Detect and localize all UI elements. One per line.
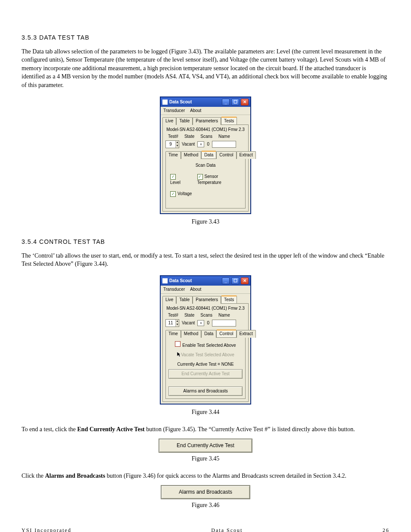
window-title: Data Scout [169, 99, 192, 105]
test-number-spinner[interactable]: ▲▼ [165, 140, 179, 148]
maximize-button[interactable]: ☐ [231, 277, 239, 284]
state-x-box[interactable]: x [197, 141, 204, 147]
text-run: button (Figure 3.45). The “Currently Act… [145, 426, 355, 432]
data-subpanel: Scan Data ✓Level ✓Sensor Temperature ✓Vo… [165, 159, 246, 208]
text-run: button (Figure 3.46) for quick access to… [105, 473, 346, 479]
spin-down-icon[interactable]: ▼ [176, 323, 179, 327]
alarms-broadcasts-button[interactable]: Alarms and Broadcasts [168, 386, 243, 396]
header-row: Test# State Scans Name [165, 312, 246, 318]
para-354-2: To end a test, click the End Currently A… [22, 425, 389, 434]
heading-354: 3.5.4 CONTROL TEST TAB [22, 238, 389, 246]
tab-live[interactable]: Live [162, 296, 176, 304]
state-value: Vacant [182, 320, 195, 326]
checkbox-sensor-temp[interactable]: ✓Sensor Temperature [197, 174, 241, 186]
close-button[interactable]: ✕ [241, 277, 249, 284]
hdr-scans: Scans [200, 312, 212, 318]
test-row: ▲▼ Vacant x 0 [165, 140, 246, 148]
menu-transducer[interactable]: Transducer [163, 286, 185, 292]
test-number-input[interactable] [166, 320, 175, 327]
checkbox-voltage[interactable]: ✓Voltage [170, 191, 192, 197]
subtab-extract[interactable]: Extract [237, 151, 256, 159]
menubar: Transducer About [161, 286, 250, 294]
window-title: Data Scout [169, 278, 192, 284]
name-input[interactable] [212, 141, 236, 148]
titlebar: Data Scout _ ☐ ✕ [161, 276, 250, 286]
checkbox-enable-test[interactable] [175, 341, 181, 347]
label-level: Level [170, 180, 181, 185]
tab-tests[interactable]: Tests [221, 296, 237, 303]
subtab-method[interactable]: Method [181, 151, 201, 159]
subtab-method[interactable]: Method [181, 330, 201, 338]
model-line: Model-SN AS2-608441 (COM1) Fmw 2.3 [165, 127, 246, 133]
spin-down-icon[interactable]: ▼ [176, 144, 179, 148]
subtab-control[interactable]: Control [216, 330, 236, 337]
figure-346: Alarms and Broadcasts [22, 485, 389, 499]
name-input[interactable] [212, 320, 236, 327]
subtab-time[interactable]: Time [165, 151, 181, 159]
caption-345: Figure 3.45 [22, 454, 389, 463]
spin-up-icon[interactable]: ▲ [176, 141, 179, 144]
tab-parameters[interactable]: Parameters [193, 117, 221, 125]
hdr-state: State [184, 134, 194, 140]
caption-346: Figure 3.46 [22, 501, 389, 510]
state-x-box[interactable]: x [197, 320, 204, 326]
bold-run: End Currently Active Test [77, 426, 144, 432]
test-number-spinner[interactable]: ▲▼ [165, 319, 179, 327]
maximize-button[interactable]: ☐ [231, 99, 239, 106]
menu-about[interactable]: About [190, 108, 201, 114]
sub-tab-row: Time Method Data Control Extract [165, 330, 246, 337]
main-tab-row: Live Table Parameters Tests [161, 115, 250, 124]
menu-about[interactable]: About [190, 286, 201, 292]
cursor-icon [177, 352, 181, 358]
subtab-time[interactable]: Time [165, 330, 181, 338]
tab-live[interactable]: Live [162, 117, 176, 125]
minimize-button[interactable]: _ [222, 277, 230, 284]
menu-transducer[interactable]: Transducer [163, 108, 185, 114]
caption-344: Figure 3.44 [22, 408, 389, 417]
header-row: Test# State Scans Name [165, 134, 246, 140]
para-353: The Data tab allows selection of the par… [22, 47, 389, 90]
control-subpanel: Enable Test Selected Above Vacate Test S… [165, 337, 246, 399]
test-row: ▲▼ Vacant x 0 [165, 319, 246, 327]
close-button[interactable]: ✕ [241, 99, 249, 106]
spin-up-icon[interactable]: ▲ [176, 320, 179, 323]
state-value: Vacant [182, 141, 195, 147]
footer-right: 26 [383, 527, 389, 532]
active-test-label: Currently Active Test = NONE [168, 361, 243, 367]
subtab-extract[interactable]: Extract [237, 330, 256, 338]
minimize-button[interactable]: _ [222, 99, 230, 106]
tab-table[interactable]: Table [176, 117, 193, 125]
alarms-broadcasts-button-lg[interactable]: Alarms and Broadcasts [161, 485, 250, 499]
checkbox-level[interactable]: ✓Level [170, 174, 187, 186]
end-active-test-button-lg[interactable]: End Currently Active Test [159, 439, 252, 453]
tab-parameters[interactable]: Parameters [193, 296, 221, 304]
para-354-3: Click the Alarms and Broadcasts button (… [22, 472, 389, 480]
subtab-data[interactable]: Data [201, 151, 216, 159]
subtab-control[interactable]: Control [216, 151, 236, 159]
sub-tab-row: Time Method Data Control Extract [165, 151, 246, 159]
text-run: To end a test, click the [22, 426, 77, 432]
end-active-test-button[interactable]: End Currently Active Test [168, 369, 243, 379]
window-data-scout-343: Data Scout _ ☐ ✕ Transducer About Live T… [160, 96, 251, 214]
enable-test-row[interactable]: Enable Test Selected Above [168, 341, 243, 348]
label-vacate-test: Vacate Test Selected Above [181, 352, 234, 357]
titlebar: Data Scout _ ☐ ✕ [161, 97, 250, 107]
tests-panel: Model-SN AS2-608441 (COM1) Fmw 2.3 Test#… [162, 303, 249, 402]
figure-343: Data Scout _ ☐ ✕ Transducer About Live T… [22, 96, 389, 214]
page-footer: YSI Incorporated Data Scout 26 [22, 527, 389, 532]
window-data-scout-344: Data Scout _ ☐ ✕ Transducer About Live T… [160, 275, 251, 404]
heading-353: 3.5.3 DATA TEST TAB [22, 34, 389, 42]
label-voltage: Voltage [177, 191, 192, 196]
tab-table[interactable]: Table [176, 296, 193, 304]
test-number-input[interactable] [166, 141, 175, 148]
footer-center: Data Scout [211, 527, 243, 532]
hdr-test: Test# [168, 134, 178, 140]
tests-panel: Model-SN AS2-608441 (COM1) Fmw 2.3 Test#… [162, 124, 249, 212]
text-run: Click the [22, 473, 45, 479]
figure-344: Data Scout _ ☐ ✕ Transducer About Live T… [22, 275, 389, 404]
subtab-data[interactable]: Data [201, 330, 216, 338]
tab-tests[interactable]: Tests [221, 117, 237, 124]
hdr-state: State [184, 312, 194, 318]
figure-345: End Currently Active Test [22, 439, 389, 453]
scans-value: 0 [207, 320, 209, 326]
